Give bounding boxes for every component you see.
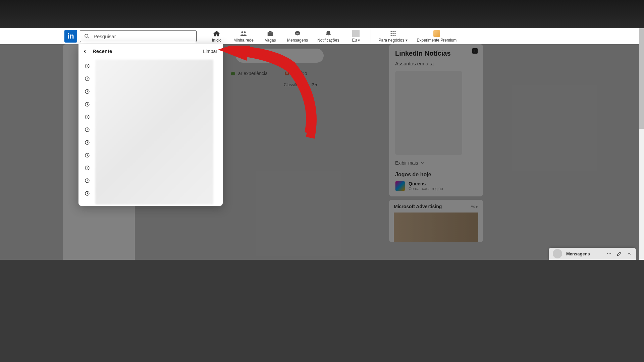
svg-point-0 <box>85 34 88 37</box>
clock-icon <box>85 114 90 120</box>
svg-point-36 <box>610 253 611 254</box>
clock-icon <box>85 89 90 94</box>
svg-point-6 <box>296 33 297 34</box>
nav-business[interactable]: Para negócios ▾ <box>374 28 412 44</box>
search-box-container <box>80 30 197 42</box>
letterbox-top <box>0 0 644 28</box>
svg-point-9 <box>390 31 391 32</box>
nav-jobs-label: Vagas <box>265 38 276 43</box>
compose-icon[interactable] <box>616 251 622 256</box>
nav-network-label: Minha rede <box>233 38 254 43</box>
clock-icon <box>85 102 90 107</box>
svg-point-3 <box>244 32 246 34</box>
history-blur-overlay <box>95 60 213 204</box>
primary-nav: Início Minha rede Vagas Mensagens Notifi… <box>205 28 461 44</box>
clock-icon <box>85 191 90 196</box>
svg-point-11 <box>394 31 395 32</box>
more-icon[interactable] <box>606 251 612 256</box>
svg-point-16 <box>392 35 393 36</box>
messaging-dock[interactable]: Mensagens <box>549 248 636 260</box>
top-navigation-bar: in Início Minha rede Vagas Mensagens <box>0 28 644 44</box>
svg-point-2 <box>241 32 244 34</box>
nav-business-label: Para negócios ▾ <box>378 38 407 43</box>
chevron-up-icon[interactable] <box>627 251 632 256</box>
svg-line-1 <box>88 37 89 38</box>
nav-divider <box>371 28 371 43</box>
svg-point-12 <box>390 33 391 34</box>
clock-icon <box>85 76 90 81</box>
avatar-icon <box>352 30 360 37</box>
svg-point-35 <box>609 253 610 254</box>
svg-point-34 <box>607 253 608 254</box>
clock-icon <box>85 153 90 158</box>
home-icon <box>213 30 220 37</box>
linkedin-logo[interactable]: in <box>64 30 77 43</box>
nav-network[interactable]: Minha rede <box>229 28 258 44</box>
clock-icon <box>85 178 90 183</box>
msg-dock-label: Mensagens <box>566 251 602 256</box>
nav-notifications-label: Notificações <box>317 38 339 43</box>
search-history-dropdown: ‹ Recente Limpar <box>78 44 223 206</box>
bell-icon <box>325 30 332 37</box>
nav-premium-label: Experimente Premium <box>417 38 457 43</box>
svg-point-8 <box>299 33 299 34</box>
letterbox-bottom <box>0 260 644 362</box>
nav-me[interactable]: Eu ▾ <box>344 28 368 44</box>
svg-point-13 <box>392 33 393 34</box>
search-icon <box>84 34 90 39</box>
dropdown-title: Recente <box>93 48 203 54</box>
clock-icon <box>85 165 90 171</box>
page-scrollbar[interactable] <box>639 28 644 260</box>
dropdown-body[interactable] <box>78 58 223 206</box>
msg-avatar <box>553 249 562 258</box>
nav-jobs[interactable]: Vagas <box>258 28 282 44</box>
clock-icon <box>85 63 90 69</box>
nav-home-label: Início <box>212 38 222 43</box>
dropdown-header: ‹ Recente Limpar <box>78 44 223 58</box>
svg-point-17 <box>394 35 395 36</box>
nav-messaging[interactable]: Mensagens <box>282 28 313 44</box>
nav-premium[interactable]: Experimente Premium <box>412 28 462 44</box>
grid-icon <box>389 30 397 37</box>
nav-notifications[interactable]: Notificações <box>313 28 344 44</box>
svg-point-14 <box>394 33 395 34</box>
back-button[interactable]: ‹ <box>84 48 86 55</box>
premium-icon <box>433 30 440 37</box>
svg-rect-4 <box>268 32 273 36</box>
svg-point-10 <box>392 31 393 32</box>
network-icon <box>240 30 247 37</box>
message-icon <box>294 30 301 37</box>
clock-icon <box>85 127 90 132</box>
clear-history-button[interactable]: Limpar <box>203 49 217 54</box>
svg-point-7 <box>297 33 298 34</box>
svg-point-15 <box>390 35 391 36</box>
nav-home[interactable]: Início <box>205 28 229 44</box>
search-input[interactable] <box>94 31 194 42</box>
scrollbar-thumb[interactable] <box>639 28 644 129</box>
nav-me-label: Eu ▾ <box>352 38 360 43</box>
clock-icon <box>85 140 90 145</box>
nav-messaging-label: Mensagens <box>287 38 308 43</box>
briefcase-icon <box>267 30 274 37</box>
